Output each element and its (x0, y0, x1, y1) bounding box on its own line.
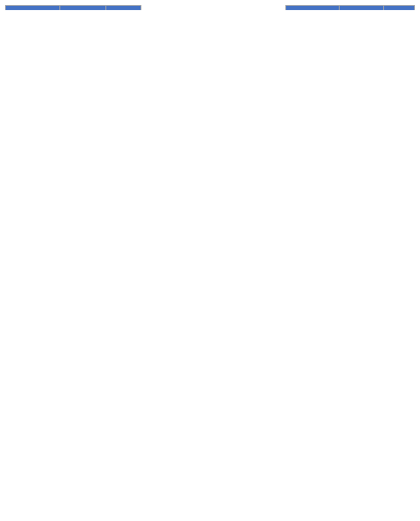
right-table: Month CAC Jan-19$15Feb-19$15Feb-19$18Mar… (285, 5, 415, 10)
header-month: Month (286, 6, 340, 11)
header-row: Month CAC (6, 6, 141, 11)
header-blank (106, 6, 141, 11)
header-month: Month (6, 6, 60, 11)
header-row: Month CAC (286, 6, 415, 11)
header-blank (383, 6, 414, 11)
header-cac: CAC (60, 6, 106, 11)
left-table: Month CAC Jan-19Jan-19$15Feb-19$15Feb-19… (5, 5, 141, 10)
header-cac: CAC (339, 6, 383, 11)
